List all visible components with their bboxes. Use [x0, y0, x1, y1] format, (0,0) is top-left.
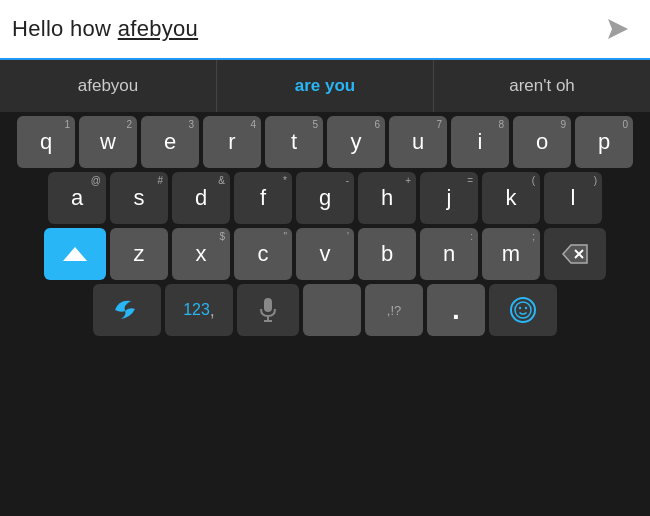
suggestion-3[interactable]: aren't oh: [434, 60, 650, 112]
svg-marker-0: [608, 19, 628, 39]
emoji-icon: [510, 297, 536, 323]
key-y[interactable]: 6y: [327, 116, 385, 168]
key-r[interactable]: 4r: [203, 116, 261, 168]
key-row-1: 1q 2w 3e 4r 5t 6y 7u 8i 9o 0p: [2, 116, 648, 168]
key-z[interactable]: z: [110, 228, 168, 280]
key-j[interactable]: =j: [420, 172, 478, 224]
key-v[interactable]: 'v: [296, 228, 354, 280]
swiftkey-button[interactable]: [93, 284, 161, 336]
svg-point-7: [515, 302, 531, 318]
key-i[interactable]: 8i: [451, 116, 509, 168]
num-key[interactable]: 123 ,: [165, 284, 233, 336]
key-h[interactable]: +h: [358, 172, 416, 224]
suggestion-2[interactable]: are you: [217, 60, 434, 112]
key-o[interactable]: 9o: [513, 116, 571, 168]
input-bar[interactable]: Hello how afebyou: [0, 0, 650, 60]
space-key[interactable]: [303, 284, 361, 336]
key-e[interactable]: 3e: [141, 116, 199, 168]
key-c[interactable]: "c: [234, 228, 292, 280]
comma-label: ,: [210, 300, 215, 321]
svg-rect-4: [264, 298, 272, 312]
shift-icon: [63, 247, 87, 261]
svg-point-9: [525, 307, 527, 309]
special-chars-key[interactable]: ,!?: [365, 284, 423, 336]
key-k[interactable]: (k: [482, 172, 540, 224]
backspace-key[interactable]: [544, 228, 606, 280]
emoji-key[interactable]: [489, 284, 557, 336]
num-label: 123: [183, 301, 210, 319]
key-row-3: z $x "c 'v b :n ;m: [2, 228, 648, 280]
key-g[interactable]: -g: [296, 172, 354, 224]
suggestions-bar: afebyou are you aren't oh: [0, 60, 650, 112]
send-button[interactable]: [598, 9, 638, 49]
key-f[interactable]: *f: [234, 172, 292, 224]
key-s[interactable]: #s: [110, 172, 168, 224]
dot-key[interactable]: .: [427, 284, 485, 336]
key-l[interactable]: )l: [544, 172, 602, 224]
mic-key[interactable]: [237, 284, 299, 336]
key-u[interactable]: 7u: [389, 116, 447, 168]
key-m[interactable]: ;m: [482, 228, 540, 280]
input-text-underlined: afebyou: [118, 16, 198, 41]
key-q[interactable]: 1q: [17, 116, 75, 168]
key-d[interactable]: &d: [172, 172, 230, 224]
key-p[interactable]: 0p: [575, 116, 633, 168]
svg-point-8: [519, 307, 521, 309]
key-a[interactable]: @a: [48, 172, 106, 224]
key-t[interactable]: 5t: [265, 116, 323, 168]
key-x[interactable]: $x: [172, 228, 230, 280]
key-row-4: 123 , ,!? .: [2, 284, 648, 336]
input-text-static: Hello how: [12, 16, 118, 41]
text-input[interactable]: Hello how afebyou: [12, 16, 598, 42]
svg-marker-1: [563, 245, 587, 263]
swift-icon: [111, 297, 143, 323]
shift-key[interactable]: [44, 228, 106, 280]
key-b[interactable]: b: [358, 228, 416, 280]
key-row-2: @a #s &d *f -g +h =j (k )l: [2, 172, 648, 224]
smiley-icon: [514, 301, 532, 319]
key-w[interactable]: 2w: [79, 116, 137, 168]
suggestion-1[interactable]: afebyou: [0, 60, 217, 112]
key-n[interactable]: :n: [420, 228, 478, 280]
keyboard: 1q 2w 3e 4r 5t 6y 7u 8i 9o 0p @a #s &d *…: [0, 112, 650, 344]
mic-icon: [259, 297, 277, 323]
send-icon: [604, 15, 632, 43]
special-chars-label: ,!?: [387, 303, 401, 318]
backspace-icon: [561, 243, 589, 265]
